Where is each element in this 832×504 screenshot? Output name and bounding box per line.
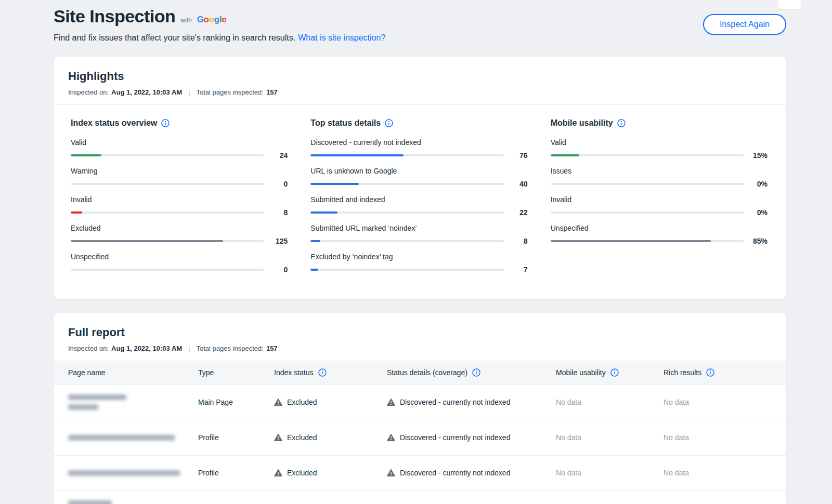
index-status-label: Excluded (287, 398, 317, 406)
stat-label: Submitted URL marked ‘noindex’ (310, 224, 527, 232)
stat-value: 40 (504, 180, 528, 188)
stat-row: Valid15% (551, 138, 768, 160)
warning-icon (387, 398, 395, 406)
page-type: Product (198, 490, 274, 504)
stat-bar (71, 211, 264, 214)
floating-widget[interactable] (778, 0, 801, 9)
total-pages-value: 157 (266, 88, 278, 96)
highlights-meta: Inspected on: Aug 1, 2022, 10:03 AM | To… (68, 88, 772, 96)
page-content: Site Inspection with Google Find and fix… (54, 0, 786, 504)
info-icon[interactable] (617, 119, 626, 127)
page-name-redacted (68, 500, 198, 504)
stat-row: Excluded125 (71, 224, 288, 245)
stat-value: 22 (504, 208, 528, 217)
table-row[interactable]: ProfileExcludedDiscovered - currently no… (54, 420, 786, 455)
inspected-on-label: Inspected on: (68, 344, 109, 352)
warning-icon (274, 398, 282, 406)
page-name-redacted (68, 470, 198, 476)
warning-icon (387, 469, 395, 477)
stat-row: URL is unknown to Google40 (310, 167, 527, 188)
table-row[interactable]: ProductInvalidSubmitted, marked ‘noindex… (54, 490, 786, 504)
stat-label: Unspecified (71, 253, 288, 261)
stat-bar-fill (71, 240, 223, 242)
warning-icon (387, 433, 395, 442)
title-row: Site Inspection with Google (54, 6, 385, 26)
column-header: Page name (54, 361, 198, 384)
index-status: Excluded (274, 469, 387, 477)
highlights-columns: Index status overviewValid24Warning0Inva… (54, 104, 786, 299)
info-icon[interactable] (610, 368, 619, 377)
stat-label: Invalid (71, 195, 288, 204)
stat-value: 0% (744, 208, 768, 217)
status-details: Discovered - currently not indexed (387, 398, 556, 406)
total-pages-label: Total pages inspected: (197, 88, 264, 96)
stat-bar-fill (551, 240, 711, 242)
what-is-site-inspection-link[interactable]: What is site inspection? (298, 33, 385, 42)
report-meta: Inspected on: Aug 1, 2022, 10:03 AM | To… (68, 344, 772, 352)
highlights-title: Highlights (68, 70, 772, 83)
google-logo-letter: g (214, 15, 219, 24)
stat-row: Unspecified0 (71, 253, 288, 274)
column-header: Index status (274, 361, 387, 384)
google-logo: Google (197, 15, 227, 25)
highlights-column: Top status detailsDiscovered - currently… (310, 118, 527, 281)
stat-bar (551, 240, 744, 242)
rich-results-value: No data (664, 455, 786, 490)
status-details-label: Discovered - currently not indexed (400, 469, 510, 477)
stat-label: Excluded (71, 224, 288, 232)
stat-bar (71, 240, 264, 242)
stat-row: Submitted URL marked ‘noindex’8 (310, 224, 527, 245)
stat-row: Valid24 (71, 138, 288, 160)
info-icon[interactable] (385, 119, 393, 127)
info-icon[interactable] (706, 368, 714, 377)
stat-row: Submitted and indexed22 (310, 195, 527, 217)
stat-value: 24 (264, 151, 288, 160)
warning-icon (274, 469, 282, 477)
column-header: Rich results (664, 361, 786, 384)
highlights-column-title: Top status details (310, 118, 527, 128)
info-icon[interactable] (472, 368, 480, 377)
stat-row: Invalid0% (551, 195, 768, 217)
stat-bar (310, 183, 503, 185)
page-name-redacted (68, 435, 198, 441)
stat-row: Issues0% (551, 167, 768, 188)
stat-label: Issues (551, 167, 768, 175)
highlights-column: Index status overviewValid24Warning0Inva… (71, 118, 288, 281)
index-status-label: Excluded (287, 433, 317, 442)
full-report-title: Full report (68, 326, 772, 339)
info-icon[interactable] (318, 368, 327, 377)
page-name-redacted (68, 394, 198, 410)
meta-separator: | (188, 88, 190, 96)
full-report-card: Full report Inspected on: Aug 1, 2022, 1… (54, 313, 786, 504)
page-type: Profile (198, 455, 274, 490)
mobile-usability-value: No data (556, 455, 664, 490)
table-row[interactable]: Main PageExcludedDiscovered - currently … (54, 384, 786, 420)
inspected-on-label: Inspected on: (68, 88, 109, 96)
highlights-column: Mobile usabilityValid15%Issues0%Invalid0… (551, 118, 768, 281)
with-label: with (180, 17, 191, 24)
highlights-column-title: Index status overview (71, 118, 288, 128)
inspect-again-button[interactable]: Inspect Again (703, 14, 786, 35)
highlights-card: Highlights Inspected on: Aug 1, 2022, 10… (54, 57, 786, 299)
stat-bar (310, 211, 503, 214)
stat-row: Invalid8 (71, 195, 288, 217)
status-details-label: Discovered - currently not indexed (400, 398, 510, 406)
stat-bar (71, 183, 264, 185)
table-row[interactable]: ProfileExcludedDiscovered - currently no… (54, 455, 786, 490)
highlights-column-title: Mobile usability (551, 118, 768, 128)
status-details: Discovered - currently not indexed (387, 469, 556, 477)
stat-value: 76 (504, 151, 528, 160)
info-icon[interactable] (161, 119, 170, 127)
stat-row: Discovered - currently not indexed76 (310, 138, 527, 160)
highlights-card-head: Highlights Inspected on: Aug 1, 2022, 10… (54, 57, 786, 104)
stat-bar-fill (71, 154, 101, 156)
header-text-block: Site Inspection with Google Find and fix… (54, 6, 385, 43)
stat-bar (310, 240, 503, 242)
stat-value: 7 (504, 266, 528, 274)
stat-value: 0 (264, 180, 288, 188)
stat-bar (551, 183, 744, 185)
google-logo-letter: e (222, 15, 226, 24)
index-status: Excluded (274, 398, 387, 406)
stat-value: 125 (264, 237, 288, 245)
stat-bar (310, 269, 503, 271)
